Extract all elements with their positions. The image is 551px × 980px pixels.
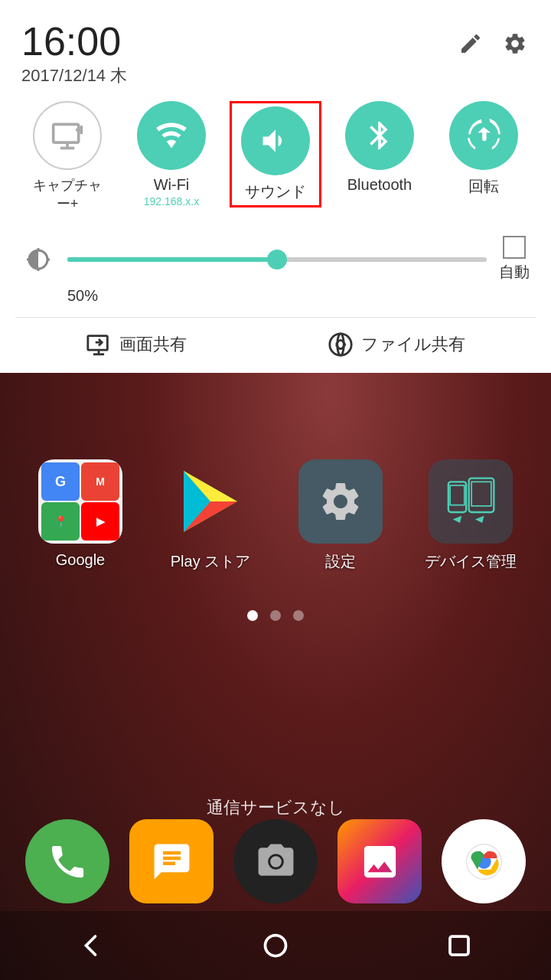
page-dot-1 (247, 610, 258, 621)
bluetooth-circle (345, 101, 414, 170)
svg-point-15 (337, 334, 344, 355)
header-icons (456, 21, 530, 58)
app-playstore[interactable]: Play ストア (161, 459, 260, 572)
nav-bar (0, 911, 551, 980)
auto-label: 自動 (499, 262, 530, 283)
settings-button[interactable] (500, 29, 530, 58)
settings-label: 設定 (325, 551, 356, 572)
page-indicators (0, 610, 551, 621)
time-block: 16:00 2017/12/14 木 (21, 21, 127, 87)
svg-rect-23 (469, 479, 494, 512)
google-icon: G M 📍 ▶ (38, 459, 122, 544)
screen-share-action[interactable]: 画面共有 (86, 332, 187, 358)
capture-label: キャプチャー+ (33, 176, 102, 213)
file-share-action[interactable]: ファイル共有 (328, 332, 465, 358)
playstore-icon (168, 459, 253, 544)
toggle-rotate[interactable]: 回転 (438, 101, 530, 197)
rotate-label: 回転 (468, 176, 499, 197)
nav-home-button[interactable] (253, 923, 298, 969)
svg-point-14 (330, 334, 351, 355)
qs-header: 16:00 2017/12/14 木 (0, 0, 551, 93)
nav-recents-button[interactable] (436, 923, 482, 969)
playstore-label: Play ストア (171, 551, 250, 572)
device-mgr-icon (429, 459, 513, 544)
toggle-sound[interactable]: サウンド (230, 101, 321, 207)
toggle-capture[interactable]: キャプチャー+ (21, 101, 113, 213)
wifi-label: Wi-Fi (154, 176, 190, 194)
brightness-fill (67, 257, 277, 262)
app-settings[interactable]: 設定 (291, 459, 390, 572)
auto-brightness: 自動 (499, 236, 530, 283)
app-grid: G M 📍 ▶ Google Play ストア (0, 436, 551, 572)
rotate-circle (449, 101, 518, 170)
svg-rect-21 (448, 482, 466, 512)
page-dot-2 (270, 610, 281, 621)
clock-time: 16:00 (21, 21, 127, 61)
toggle-wifi[interactable]: Wi-Fi 192.168.x.x (126, 101, 217, 207)
capture-circle (33, 101, 102, 170)
qs-actions: 画面共有 ファイル共有 (0, 318, 551, 358)
auto-checkbox[interactable] (503, 236, 526, 259)
sound-label: サウンド (245, 181, 306, 202)
app-device-mgr[interactable]: デバイス管理 (421, 459, 520, 572)
svg-rect-24 (471, 482, 491, 506)
toggle-bluetooth[interactable]: Bluetooth (334, 101, 425, 194)
svg-rect-28 (450, 936, 468, 955)
svg-point-27 (266, 936, 286, 956)
brightness-thumb (267, 250, 287, 270)
clock-date: 2017/12/14 木 (21, 64, 127, 87)
file-share-label: ファイル共有 (361, 333, 465, 356)
qs-toggles: キャプチャー+ Wi-Fi 192.168.x.x サウンド (0, 93, 551, 213)
google-label: Google (56, 551, 106, 569)
wifi-circle (137, 101, 206, 170)
app-google[interactable]: G M 📍 ▶ Google (31, 459, 130, 572)
brightness-slider[interactable] (67, 257, 487, 262)
brightness-icon (21, 243, 55, 276)
settings-icon (298, 459, 383, 544)
nav-back-button[interactable] (69, 923, 115, 969)
page-dot-3 (293, 610, 304, 621)
wifi-sublabel: 192.168.x.x (144, 195, 199, 207)
quick-settings-panel: 16:00 2017/12/14 木 (0, 0, 551, 373)
device-mgr-label: デバイス管理 (425, 551, 517, 572)
svg-rect-22 (450, 485, 465, 505)
sound-circle (241, 106, 310, 175)
bluetooth-label: Bluetooth (347, 176, 412, 194)
svg-rect-0 (54, 124, 79, 142)
homescreen: G M 📍 ▶ Google Play ストア (0, 436, 551, 980)
brightness-percent: 50% (21, 287, 530, 305)
screen-share-label: 画面共有 (119, 333, 187, 356)
edit-button[interactable] (456, 29, 485, 58)
